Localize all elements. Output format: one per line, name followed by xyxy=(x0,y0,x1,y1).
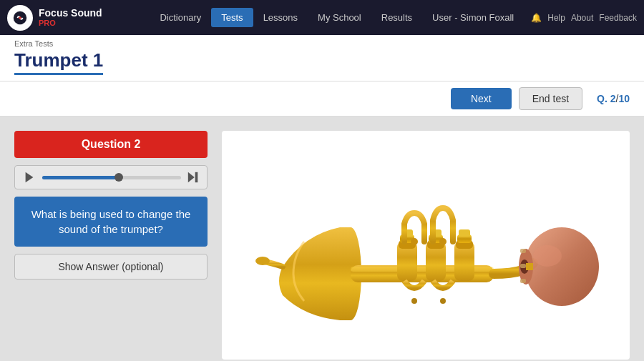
next-button[interactable]: Next xyxy=(451,88,512,109)
svg-point-1 xyxy=(19,16,21,19)
question-text-box: What is being used to change the sound o… xyxy=(14,197,208,247)
logo-text: Focus Sound PRO xyxy=(39,7,102,29)
svg-point-24 xyxy=(525,227,599,306)
logo-area: Focus Sound PRO xyxy=(7,5,122,31)
breadcrumb: Extra Tests xyxy=(14,39,630,48)
main-content: Question 2 What is being used to change … xyxy=(0,117,644,361)
logo-icon xyxy=(7,5,33,31)
svg-rect-4 xyxy=(195,172,198,182)
end-test-button[interactable]: End test xyxy=(519,87,582,110)
help-link[interactable]: Help xyxy=(547,13,565,23)
svg-point-23 xyxy=(440,298,446,304)
image-panel xyxy=(222,131,630,360)
audio-player xyxy=(14,165,208,189)
svg-marker-3 xyxy=(188,172,195,182)
page-title: Trumpet 1 xyxy=(14,49,103,75)
progress-fill xyxy=(42,176,119,179)
brand-pro: PRO xyxy=(39,19,102,28)
svg-point-31 xyxy=(255,257,270,265)
nav-dictionary[interactable]: Dictionary xyxy=(150,8,211,27)
left-panel: Question 2 What is being used to change … xyxy=(14,131,208,360)
nav-area: Dictionary Tests Lessons My School Resul… xyxy=(122,8,524,27)
nav-results[interactable]: Results xyxy=(371,8,422,27)
header: Focus Sound PRO Dictionary Tests Lessons… xyxy=(0,0,644,35)
svg-rect-28 xyxy=(520,249,526,253)
feedback-link[interactable]: Feedback xyxy=(599,13,637,23)
skip-button[interactable] xyxy=(187,171,200,184)
svg-point-26 xyxy=(533,245,562,267)
svg-rect-29 xyxy=(520,264,526,268)
q-total: 10 xyxy=(618,93,630,104)
svg-marker-2 xyxy=(26,172,34,182)
progress-thumb xyxy=(114,173,123,182)
progress-track[interactable] xyxy=(42,176,181,179)
nav-tests[interactable]: Tests xyxy=(211,8,253,27)
action-bar: Next End test Q. 2/10 xyxy=(0,81,644,117)
about-link[interactable]: About xyxy=(571,13,593,23)
show-answer-button[interactable]: Show Answer (optional) xyxy=(14,254,208,280)
question-label: Question 2 xyxy=(14,131,208,158)
svg-point-21 xyxy=(439,238,447,245)
brand-name: Focus Sound xyxy=(39,7,102,19)
svg-point-20 xyxy=(411,238,418,245)
nav-user[interactable]: User - Simon Foxall xyxy=(422,8,524,27)
nav-lessons[interactable]: Lessons xyxy=(253,8,308,27)
q-prefix: Q. xyxy=(597,93,608,104)
nav-my-school[interactable]: My School xyxy=(308,8,371,27)
title-bar: Extra Tests Trumpet 1 xyxy=(0,35,644,81)
bell-icon: 🔔 xyxy=(531,13,542,23)
q-current: 2 xyxy=(610,93,616,104)
trumpet-image xyxy=(222,131,630,360)
util-links: 🔔 Help About Feedback xyxy=(531,13,637,23)
svg-rect-19 xyxy=(459,229,470,237)
svg-rect-30 xyxy=(520,279,526,283)
svg-point-22 xyxy=(411,298,417,304)
play-button[interactable] xyxy=(22,170,36,184)
question-counter: Q. 2/10 xyxy=(597,93,630,104)
